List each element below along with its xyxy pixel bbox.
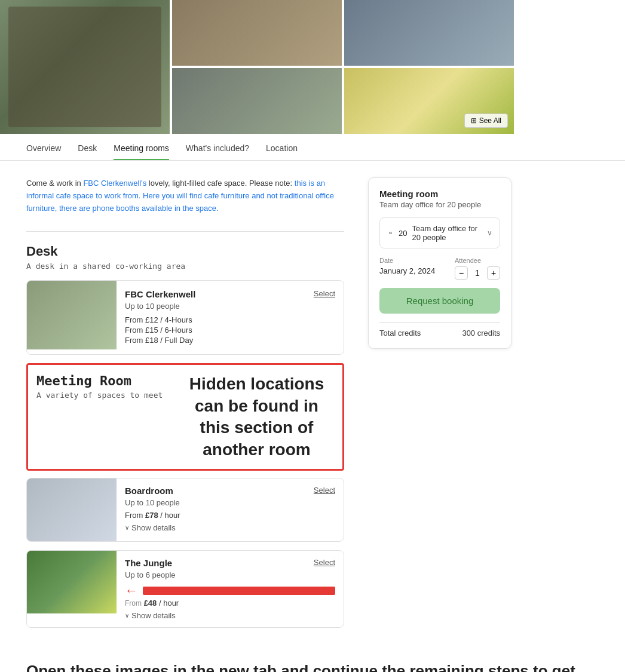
tab-whats-included[interactable]: What's included? [186, 136, 249, 160]
content-left: Come & work in FBC Clerkenwell's lovely,… [26, 177, 344, 636]
meeting-section-subtitle: A variety of spaces to meet [36, 391, 179, 400]
boardroom-header: Boardroom Select [125, 486, 335, 496]
attendee-count: 1 [473, 268, 482, 278]
date-field: Date January 2, 2024 [379, 257, 448, 280]
meeting-section-left: Meeting Room A variety of spaces to meet [36, 373, 179, 400]
desk-card-name: FBC Clerkenwell [125, 289, 195, 299]
desk-card-capacity: Up to 10 people [125, 302, 335, 311]
boardroom-show-details[interactable]: ∨ Show details [125, 523, 335, 532]
person-icon: ⚬ [387, 229, 394, 238]
date-value: January 2, 2024 [379, 266, 448, 275]
room-selector[interactable]: ⚬ 20 Team day office for 20 people ∨ [379, 217, 500, 248]
credits-row: Total credits 300 credits [379, 322, 500, 337]
jungle-card: The Jungle Select Up to 6 people ← From … [26, 550, 344, 628]
tab-desk[interactable]: Desk [78, 136, 97, 160]
gallery-cell-1 [172, 0, 342, 66]
booking-card: Meeting room Team day office for 20 peop… [368, 177, 511, 349]
request-booking-button[interactable]: Request booking [379, 288, 500, 314]
tab-overview[interactable]: Overview [26, 136, 61, 160]
jungle-image [27, 551, 117, 613]
booking-card-title: Meeting room [379, 189, 500, 199]
desk-card: FBC Clerkenwell Select Up to 10 people F… [26, 280, 344, 355]
hidden-locations-annotation: Hidden locations can be found in this se… [179, 373, 334, 461]
jungle-select[interactable]: Select [314, 558, 335, 568]
meeting-room-annotation-box: Meeting Room A variety of spaces to meet… [26, 363, 344, 471]
desk-card-header: FBC Clerkenwell Select [125, 289, 335, 299]
nav-tabs: Overview Desk Meeting rooms What's inclu… [0, 136, 625, 161]
jungle-header: The Jungle Select [125, 558, 335, 568]
red-arrow-icon: ← [125, 583, 138, 599]
gallery-cell-4: ⊞ See All [344, 68, 514, 134]
meeting-section-title: Meeting Room [36, 373, 179, 388]
desk-section-title: Desk [26, 244, 344, 259]
attendee-control: − 1 + [455, 266, 500, 280]
jungle-show-details[interactable]: ∨ Show details [125, 611, 335, 620]
intro-text: Come & work in FBC Clerkenwell's lovely,… [26, 177, 344, 214]
gallery-cell-3 [172, 68, 342, 134]
credits-value: 300 credits [462, 329, 500, 337]
red-arrow-bar [143, 587, 335, 595]
boardroom-capacity: Up to 10 people [125, 498, 335, 507]
see-all-button[interactable]: ⊞ See All [464, 113, 508, 128]
attendee-minus-button[interactable]: − [455, 266, 468, 280]
gallery-cell-2 [344, 0, 514, 66]
boardroom-image [27, 478, 117, 541]
tab-meeting-rooms[interactable]: Meeting rooms [114, 136, 169, 160]
main-content: Come & work in FBC Clerkenwell's lovely,… [0, 161, 538, 648]
boardroom-select[interactable]: Select [314, 486, 335, 496]
jungle-pricing: From £48 / hour [125, 599, 335, 607]
chevron-down-icon: ∨ [125, 524, 129, 531]
credits-label: Total credits [379, 329, 421, 337]
boardroom-body: Boardroom Select Up to 10 people From £7… [117, 478, 344, 541]
jungle-capacity: Up to 6 people [125, 570, 335, 579]
annotation-text: Hidden locations can be found in this se… [185, 373, 328, 461]
chevron-icon: ∨ [487, 229, 492, 237]
divider-1 [26, 231, 344, 232]
room-selector-count: 20 [399, 229, 407, 238]
tab-location[interactable]: Location [266, 136, 298, 160]
attendee-plus-button[interactable]: + [487, 266, 500, 280]
chevron-down-icon-2: ∨ [125, 612, 129, 619]
attendee-label: Attendee [455, 257, 500, 264]
jungle-name: The Jungle [125, 558, 172, 568]
second-annotation-text: Open these images in the new tab and con… [26, 660, 599, 672]
date-attendee-row: Date January 2, 2024 Attendee − 1 + [379, 257, 500, 280]
booking-card-subtitle: Team day office for 20 people [379, 200, 500, 209]
second-annotation-section: Open these images in the new tab and con… [0, 648, 625, 672]
jungle-pricing-row: ← [125, 583, 335, 599]
desk-section-subtitle: A desk in a shared co-working area [26, 262, 344, 271]
desk-pricing-row-3: From £18 / Full Day [125, 336, 335, 345]
grid-icon: ⊞ [471, 116, 477, 125]
booking-panel: Meeting room Team day office for 20 peop… [368, 177, 511, 636]
attendee-field: Attendee − 1 + [455, 257, 500, 280]
date-label: Date [379, 257, 448, 264]
boardroom-card: Boardroom Select Up to 10 people From £7… [26, 478, 344, 542]
desk-pricing-row-1: From £12 / 4-Hours [125, 315, 335, 324]
gallery-main-image [0, 0, 170, 134]
room-selector-name: Team day office for 20 people [412, 224, 487, 242]
desk-select-link[interactable]: Select [314, 289, 335, 298]
room-selector-inner: ⚬ 20 Team day office for 20 people [387, 224, 487, 242]
boardroom-pricing: From £78 / hour [125, 511, 335, 520]
desk-card-image [27, 281, 117, 349]
intro-link-2[interactable]: this is an informal cafe space to work f… [26, 179, 334, 213]
photo-gallery: ⊞ See All [0, 0, 514, 134]
jungle-body: The Jungle Select Up to 6 people ← From … [117, 551, 344, 627]
boardroom-name: Boardroom [125, 486, 173, 496]
desk-card-body: FBC Clerkenwell Select Up to 10 people F… [117, 281, 344, 354]
desk-pricing-row-2: From £15 / 6-Hours [125, 326, 335, 335]
see-all-label: See All [479, 116, 501, 125]
intro-link[interactable]: FBC Clerkenwell's [83, 179, 146, 188]
